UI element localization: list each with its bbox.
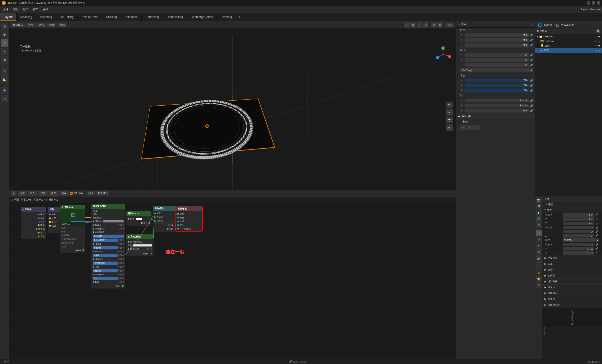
transform-tool-button[interactable]: ⊞ — [1, 56, 8, 63]
output-props-icon[interactable]: 🖼 — [536, 203, 542, 209]
rp-scale-x-val[interactable]: 1.719 — [563, 243, 594, 246]
slot-display[interactable]: 槽 1 — [87, 191, 95, 196]
tab-shading[interactable]: Shading — [102, 13, 121, 21]
position-y-lock[interactable]: 🔗 — [530, 39, 533, 42]
measure-tool-button[interactable]: 📐 — [1, 75, 8, 83]
node-wrangler-icon[interactable]: ⬡ — [536, 282, 542, 288]
scale-x-link[interactable]: 🔗 — [595, 243, 599, 246]
plane-render[interactable]: 📷 — [598, 49, 600, 52]
rot-y-link[interactable]: 🔗 — [595, 230, 599, 233]
select-footer[interactable]: 选择 — [39, 191, 48, 196]
move-tool-button[interactable]: ✥ — [1, 31, 8, 39]
use-nodes-checkbox[interactable] — [70, 192, 73, 195]
menu-file[interactable]: 文件 — [1, 7, 11, 12]
viewport-shading-rendered[interactable]: ◌ — [417, 22, 422, 28]
data-props-icon[interactable]: ▭ — [536, 264, 542, 270]
node-tex-coord[interactable]: 纹理坐标 生成 法向 UV 物体 摄像机 窗口 反射 — [21, 207, 46, 239]
add-workspace-button[interactable]: + — [236, 13, 243, 21]
viewport-overlay-button[interactable]: ⊙ — [431, 22, 437, 28]
scale-x-input[interactable] — [465, 79, 529, 82]
particles-props-icon[interactable]: ✦ — [536, 243, 542, 249]
breadcrumb-item-2[interactable]: 平面.001 — [21, 198, 31, 202]
rotation-y-input[interactable] — [465, 58, 529, 62]
rp-scale-y-val[interactable]: 1.719 — [563, 247, 594, 250]
world-props-icon[interactable]: ⊙ — [536, 222, 542, 228]
shader-props-icon[interactable]: 🎨 — [536, 276, 542, 282]
tab-compositing[interactable]: Compositing — [163, 13, 187, 21]
tab-modeling[interactable]: Modeling — [17, 13, 36, 21]
camera-button[interactable]: 📷 — [446, 117, 453, 123]
rotate-tool-button[interactable]: ↻ — [1, 39, 8, 47]
viewport-options-button[interactable]: 选项 — [446, 22, 454, 27]
maximize-button[interactable]: □ — [592, 1, 595, 5]
breadcrumb-item-1[interactable]: 平面 — [14, 198, 19, 202]
rp-scale-z-val[interactable]: 1.719 — [563, 251, 594, 255]
rp-viewport-header[interactable]: ▶视图显示 — [542, 291, 602, 296]
node-material-output[interactable]: 材质输出 全部 表面 体积 置换 材料偏移(仅影) — [175, 206, 203, 232]
breadcrumb-item-3[interactable]: 平面.001 — [33, 198, 43, 202]
scale-y-lock[interactable]: 🔗 — [530, 84, 533, 87]
tab-sculpting[interactable]: Sculpting — [36, 13, 56, 21]
dim-y-input[interactable] — [465, 104, 529, 107]
snap-toggle[interactable]: ⊙ — [11, 191, 16, 196]
position-z-input[interactable] — [465, 43, 529, 47]
orbit-button[interactable]: ⊞ — [446, 124, 453, 131]
scale-z-input[interactable] — [465, 89, 529, 93]
rp-instancing-header[interactable]: ▶实例化 — [542, 273, 602, 279]
add-cube-button[interactable]: ◻ — [1, 95, 8, 103]
rp-pos-y-val[interactable]: 0 m — [563, 218, 594, 221]
collection-vis[interactable]: 👁 — [595, 36, 597, 38]
material-props-icon[interactable]: ◈ — [536, 270, 542, 276]
render-props-icon[interactable]: 📷 — [536, 197, 542, 203]
light-vis[interactable]: 👁 — [595, 45, 597, 47]
viewport-add-button[interactable]: 添加 — [47, 22, 56, 27]
rotation-x-input[interactable] — [465, 53, 529, 57]
viewport-select-button[interactable]: 选择 — [37, 22, 46, 27]
camera-render[interactable]: 📷 — [598, 40, 600, 42]
object-mode-footer[interactable]: 物体 — [18, 191, 27, 196]
outliner-light[interactable]: 💡 Light 👁 📷 — [535, 43, 602, 48]
node-footer[interactable]: 节点 — [59, 191, 69, 196]
constraints-props-icon[interactable]: 🔗 — [536, 256, 542, 261]
outliner-plane[interactable]: ▭ 平面 👁 📷 — [535, 48, 602, 53]
viewport-shading-wireframe[interactable]: □ — [423, 22, 428, 28]
position-x-input[interactable] — [465, 33, 529, 37]
menu-edit[interactable]: 编辑 — [11, 7, 21, 12]
outliner-collection[interactable]: ▾ 📁 Collection 👁 📷 — [535, 34, 602, 39]
view-footer[interactable]: 视图 — [28, 191, 37, 196]
camera-vis[interactable]: 👁 — [595, 40, 597, 42]
cursor-tool-button[interactable]: ⊕ — [1, 87, 8, 94]
walk-mode-button[interactable]: 👁 — [446, 109, 453, 116]
viewport-object-button[interactable]: 物体 — [58, 22, 67, 27]
rp-relations-header[interactable]: ▶关系 — [542, 261, 602, 267]
tab-scripting[interactable]: Scripting — [217, 13, 236, 21]
scene-props-icon[interactable]: 🌐 — [536, 216, 542, 222]
menu-help[interactable]: 帮助 — [41, 7, 51, 12]
select-box-tool[interactable]: □ — [460, 125, 466, 130]
pos-x-link[interactable]: 🔗 — [595, 213, 599, 216]
rp-rot-z-val[interactable]: 0° — [563, 234, 594, 238]
tab-animation[interactable]: Animation — [121, 13, 142, 21]
rp-visibility-header[interactable]: ▶可见性 — [542, 285, 602, 290]
viewport-gizmo-button[interactable]: ⊕ — [437, 22, 443, 28]
rotation-y-lock[interactable]: 🔗 — [530, 59, 533, 62]
breadcrumb-item-4[interactable]: 材质.001 — [49, 198, 58, 202]
rotation-z-lock[interactable]: 🔗 — [530, 64, 533, 66]
scale-z-link[interactable]: 🔗 — [595, 251, 599, 254]
rp-delta-header[interactable]: ▶变换增量 — [542, 255, 602, 261]
rp-rot-x-val[interactable]: 0° — [563, 226, 594, 229]
viewport-mode-button[interactable]: 物体模式 — [11, 22, 25, 27]
properties-options[interactable]: ⋮ — [530, 23, 533, 26]
tab-rendering[interactable]: Rendering — [142, 13, 163, 21]
modifier-props-icon[interactable]: ⚙ — [536, 237, 542, 242]
node-emission[interactable]: 自发光(发射) 自发光(发射) 颜色 颜色/力度1.000 BSDF — [126, 234, 153, 256]
position-y-input[interactable] — [465, 38, 529, 42]
rp-pos-z-val[interactable]: 0 m — [563, 222, 594, 225]
plane-vis[interactable]: 👁 — [595, 49, 597, 52]
outliner-filter-button[interactable]: 🔍 — [596, 29, 600, 33]
viewport-shading-material[interactable]: ◉ — [410, 22, 416, 28]
dim-z-lock[interactable]: 🔗 — [530, 109, 533, 112]
select-lasso-tool[interactable]: ✿ — [473, 125, 480, 130]
rotation-z-input[interactable] — [465, 63, 529, 67]
menu-render[interactable]: 渲染 — [21, 7, 31, 12]
